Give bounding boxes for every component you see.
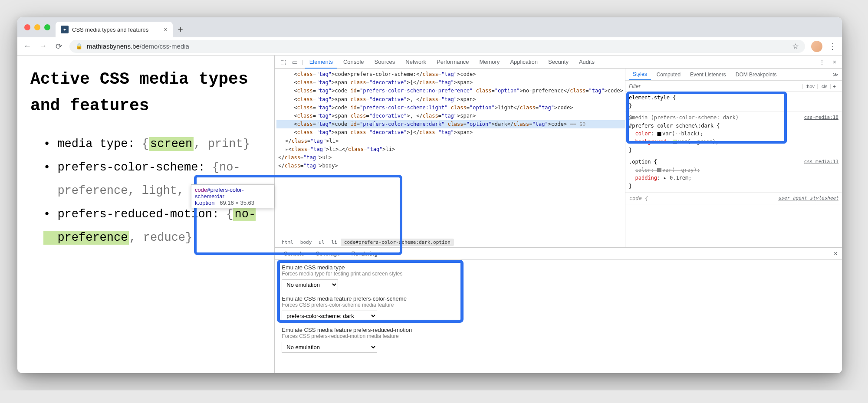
tab-performance[interactable]: Performance xyxy=(432,56,473,68)
elements-breadcrumb[interactable]: html body ul li code#prefers-color-schem… xyxy=(275,237,625,247)
tab-title: CSS media types and features xyxy=(72,26,148,33)
drawer-tab-rendering[interactable]: Rendering × xyxy=(347,248,386,259)
dom-tree-line[interactable]: <class="tag">code id="prefers-color-sche… xyxy=(276,120,625,128)
tab-styles[interactable]: Styles xyxy=(629,69,651,80)
active-value: screen xyxy=(149,137,194,151)
browser-menu-button[interactable]: ⋮ xyxy=(829,42,837,51)
dom-tree-line[interactable]: <class="tag">span class="decorative">, <… xyxy=(276,95,625,104)
source-link: user agent stylesheet xyxy=(778,194,838,202)
page-content: Active CSS media types and features medi… xyxy=(17,56,274,373)
bookmark-star-icon[interactable]: ☆ xyxy=(792,42,799,51)
emulate-reduced-motion-select[interactable]: No emulation xyxy=(282,342,377,353)
dom-tree-line[interactable]: <class="tag">span class="decorative">, <… xyxy=(276,112,625,120)
devtools-upper: <class="tag">code>prefers-color-scheme:<… xyxy=(275,69,842,247)
dom-tree-line[interactable]: ▸<class="tag">li>…</class="tag">li> xyxy=(276,145,625,154)
styles-tabs: Styles Computed Event Listeners DOM Brea… xyxy=(625,69,842,81)
emulate-media-type-title: Emulate CSS media type xyxy=(282,264,835,271)
source-link[interactable]: css-media:18 xyxy=(804,114,838,121)
style-block-element[interactable]: element.style {} xyxy=(625,92,842,112)
traffic-lights xyxy=(24,24,50,30)
device-icon[interactable]: ▭ xyxy=(290,59,300,66)
dom-tree-line[interactable]: <class="tag">code id="prefers-color-sche… xyxy=(276,104,625,112)
tab-strip: ✦ CSS media types and features × + xyxy=(17,17,842,37)
devtools: ⬚ ▭ | Elements Console Sources Network P… xyxy=(274,56,842,373)
emulate-reduced-motion-sub: Forces CSS prefers-reduced-motion media … xyxy=(282,333,835,339)
list-item: media type: {screen, print} xyxy=(43,132,261,156)
url-path: /demo/css-media xyxy=(140,43,189,50)
forward-button[interactable]: → xyxy=(38,42,48,51)
profile-avatar[interactable] xyxy=(811,41,822,52)
tab-elements[interactable]: Elements xyxy=(305,56,337,69)
drawer-tab-coverage[interactable]: Coverage xyxy=(311,248,344,259)
list-item: prefers-reduced-motion: {no- preference,… xyxy=(43,203,261,249)
minimize-window-button[interactable] xyxy=(34,24,40,30)
elements-panel[interactable]: <class="tag">code>prefers-color-scheme:<… xyxy=(275,69,625,237)
emulate-media-type-select[interactable]: No emulation xyxy=(282,279,338,290)
style-block-rule2[interactable]: css-media:13 .option { color: var(--gray… xyxy=(625,156,842,192)
more-tabs-icon[interactable]: ≫ xyxy=(833,72,838,78)
cls-button[interactable]: .cls xyxy=(817,84,830,89)
reload-button[interactable]: ⟳ xyxy=(54,42,63,51)
close-window-button[interactable] xyxy=(24,24,30,30)
drawer-body: Emulate CSS media type Forces media type… xyxy=(275,260,842,373)
inspect-icon[interactable]: ⬚ xyxy=(278,59,288,66)
maximize-window-button[interactable] xyxy=(44,24,50,30)
tab-computed[interactable]: Computed xyxy=(653,69,684,80)
page-heading: Active CSS media types and features xyxy=(30,66,261,119)
source-link[interactable]: css-media:13 xyxy=(804,158,838,165)
devtools-menu-icon[interactable]: ⋮ xyxy=(817,59,827,66)
new-rule-button[interactable]: + xyxy=(830,84,838,89)
dom-tree-line[interactable]: <class="tag">code>prefers-color-scheme:<… xyxy=(276,70,625,79)
tab-security[interactable]: Security xyxy=(544,56,573,68)
dom-tree-line[interactable]: <class="tag">span class="decorative">{</… xyxy=(276,79,625,87)
browser-tab[interactable]: ✦ CSS media types and features × xyxy=(56,22,173,37)
tab-memory[interactable]: Memory xyxy=(475,56,504,68)
toolbar: ← → ⟳ 🔒 mathiasbynens.be/demo/css-media … xyxy=(17,37,842,56)
dom-tree-line[interactable]: <class="tag">code id="prefers-color-sche… xyxy=(276,87,625,95)
styles-filter-input[interactable] xyxy=(629,83,802,89)
dom-tree-line[interactable]: </class="tag">ul> xyxy=(276,154,625,162)
styles-filter-row: :hov .cls + xyxy=(625,81,842,92)
lock-icon: 🔒 xyxy=(76,43,82,49)
tab-sources[interactable]: Sources xyxy=(370,56,400,68)
inspect-tooltip: code#prefers-color-scheme:dark.option 69… xyxy=(191,184,274,208)
drawer-tabs: Console Coverage Rendering × × xyxy=(275,248,842,260)
browser-window: ✦ CSS media types and features × + ← → ⟳… xyxy=(17,17,842,373)
tab-console[interactable]: Console xyxy=(339,56,368,68)
tab-network[interactable]: Network xyxy=(401,56,431,68)
new-tab-button[interactable]: + xyxy=(178,25,183,35)
hov-button[interactable]: :hov xyxy=(802,84,817,89)
emulate-color-scheme-title: Emulate CSS media feature prefers-color-… xyxy=(282,295,835,302)
tab-dom-breakpoints[interactable]: DOM Breakpoints xyxy=(732,69,781,80)
back-button[interactable]: ← xyxy=(23,42,32,51)
dom-tree-line[interactable]: <class="tag">span class="decorative">}</… xyxy=(276,128,625,137)
devtools-tabs: ⬚ ▭ | Elements Console Sources Network P… xyxy=(275,56,842,69)
devtools-drawer: Console Coverage Rendering × × Emulate C… xyxy=(275,247,842,373)
emulate-color-scheme-sub: Forces CSS prefers-color-scheme media fe… xyxy=(282,302,835,308)
style-block-rule1[interactable]: css-media:18 @media (prefers-color-schem… xyxy=(625,112,842,156)
emulate-media-type-sub: Forces media type for testing print and … xyxy=(282,271,835,277)
url-host: mathiasbynens.be xyxy=(87,43,140,50)
dom-tree-line[interactable]: </class="tag">body> xyxy=(276,162,625,170)
emulate-color-scheme-select[interactable]: prefers-color-scheme: dark xyxy=(282,311,377,321)
devtools-close-icon[interactable]: × xyxy=(831,59,838,66)
tab-event-listeners[interactable]: Event Listeners xyxy=(686,69,730,80)
styles-pane: Styles Computed Event Listeners DOM Brea… xyxy=(625,69,842,247)
tab-audits[interactable]: Audits xyxy=(575,56,599,68)
tab-close-icon[interactable]: × xyxy=(164,26,168,33)
drawer-close-icon[interactable]: × xyxy=(834,250,838,258)
tab-application[interactable]: Application xyxy=(506,56,542,68)
style-block-rule3[interactable]: user agent stylesheet code { xyxy=(625,193,842,205)
emulate-reduced-motion-title: Emulate CSS media feature prefers-reduce… xyxy=(282,327,835,333)
dom-tree-line[interactable]: </class="tag">li> xyxy=(276,137,625,145)
main-area: Active CSS media types and features medi… xyxy=(17,56,842,373)
drawer-tab-console[interactable]: Console xyxy=(279,248,309,259)
address-bar[interactable]: 🔒 mathiasbynens.be/demo/css-media ☆ xyxy=(69,40,805,53)
favicon-icon: ✦ xyxy=(61,26,69,33)
